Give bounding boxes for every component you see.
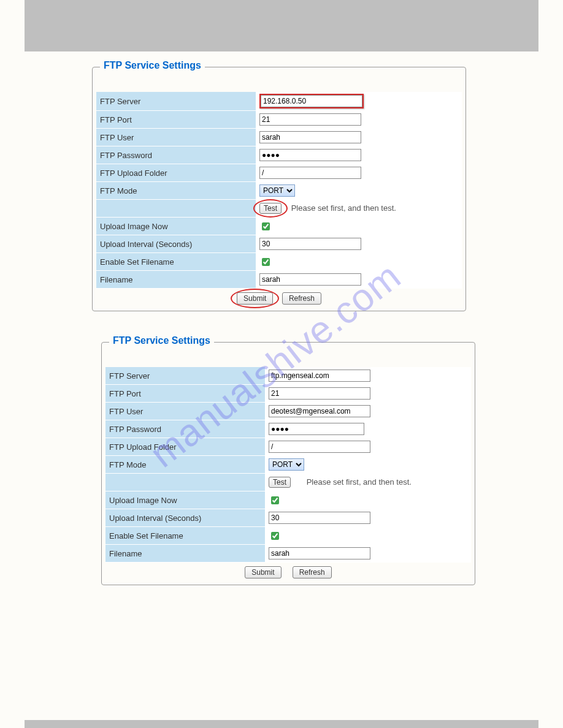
row-ftp-port: FTP Port	[96, 111, 462, 129]
ftp-user-label: FTP User	[96, 129, 256, 146]
upload-image-now-checkbox[interactable]	[271, 496, 279, 504]
row-ftp-mode: FTP Mode PORT	[105, 456, 471, 474]
filename-label: Filename	[105, 545, 265, 563]
refresh-button[interactable]: Refresh	[282, 292, 321, 305]
ftp-port-input[interactable]	[259, 113, 361, 126]
submit-button[interactable]: Submit	[245, 566, 281, 578]
row-ftp-mode: FTP Mode PORT	[96, 182, 462, 200]
ftp-mode-select[interactable]: PORT	[269, 458, 304, 471]
top-gray-band	[25, 0, 538, 51]
row-ftp-user: FTP User	[96, 129, 462, 146]
row-filename: Filename	[105, 545, 471, 563]
refresh-button[interactable]: Refresh	[293, 566, 332, 578]
upload-interval-label: Upload Interval (Seconds)	[105, 509, 265, 527]
row-test: Test Please set first, and then test.	[96, 200, 462, 218]
upload-interval-input[interactable]	[269, 512, 370, 524]
row-upload-image-now: Upload Image Now	[96, 218, 462, 235]
row-ftp-upload-folder: FTP Upload Folder	[105, 438, 471, 456]
ftp-user-input[interactable]	[259, 131, 361, 143]
ftp-upload-folder-input[interactable]	[269, 441, 370, 453]
panel-legend: FTP Service Settings	[100, 60, 205, 71]
button-row: Submit Refresh	[96, 292, 462, 305]
row-filename: Filename	[96, 271, 462, 289]
test-hint: Please set first, and then test.	[307, 477, 412, 487]
ftp-upload-folder-label: FTP Upload Folder	[105, 438, 265, 456]
ftp-mode-label: FTP Mode	[105, 456, 265, 474]
submit-button-highlight: Submit	[237, 292, 273, 305]
ftp-server-label: FTP Server	[96, 92, 256, 111]
ftp-settings-panel-1: FTP Service Settings FTP Server FTP Port	[92, 67, 466, 311]
enable-set-filename-label: Enable Set Filename	[105, 527, 265, 545]
row-ftp-server: FTP Server	[105, 367, 471, 385]
row-upload-image-now: Upload Image Now	[105, 491, 471, 509]
ftp-password-label: FTP Password	[96, 146, 256, 164]
submit-button[interactable]: Submit	[237, 292, 273, 305]
row-ftp-password: FTP Password	[96, 146, 462, 164]
test-button[interactable]: Test	[269, 477, 291, 488]
ftp-upload-folder-label: FTP Upload Folder	[96, 164, 256, 182]
row-ftp-upload-folder: FTP Upload Folder	[96, 164, 462, 182]
row-enable-set-filename: Enable Set Filename	[96, 253, 462, 271]
upload-interval-label: Upload Interval (Seconds)	[96, 235, 256, 253]
ftp-password-input[interactable]	[259, 149, 361, 161]
ftp-form-table: FTP Server FTP Port FTP User	[96, 92, 462, 289]
filename-label: Filename	[96, 271, 256, 289]
enable-set-filename-label: Enable Set Filename	[96, 253, 256, 271]
bottom-gray-band	[25, 720, 538, 728]
ftp-upload-folder-input[interactable]	[259, 167, 361, 179]
button-row: Submit Refresh	[105, 566, 471, 578]
ftp-password-label: FTP Password	[105, 420, 265, 438]
ftp-user-label: FTP User	[105, 403, 265, 420]
upload-image-now-checkbox[interactable]	[262, 222, 270, 230]
ftp-server-label: FTP Server	[105, 367, 265, 385]
test-hint: Please set first, and then test.	[291, 203, 396, 213]
enable-set-filename-checkbox[interactable]	[271, 532, 279, 540]
upload-image-now-label: Upload Image Now	[105, 491, 265, 509]
row-ftp-port: FTP Port	[105, 385, 471, 403]
test-empty-label	[105, 474, 265, 491]
row-upload-interval: Upload Interval (Seconds)	[96, 235, 462, 253]
ftp-form-table: FTP Server FTP Port FTP User FTP Passwor…	[105, 367, 471, 563]
ftp-server-highlight	[259, 94, 364, 108]
row-ftp-password: FTP Password	[105, 420, 471, 438]
test-button[interactable]: Test	[259, 203, 282, 214]
filename-input[interactable]	[259, 273, 361, 286]
enable-set-filename-checkbox[interactable]	[262, 258, 270, 266]
row-ftp-user: FTP User	[105, 403, 471, 420]
ftp-port-label: FTP Port	[105, 385, 265, 403]
test-button-highlight: Test	[259, 203, 282, 214]
ftp-port-input[interactable]	[269, 387, 370, 400]
ftp-mode-select[interactable]: PORT	[259, 184, 295, 197]
filename-input[interactable]	[269, 547, 370, 559]
panel-legend: FTP Service Settings	[109, 335, 214, 346]
ftp-settings-panel-2: FTP Service Settings FTP Server FTP Port…	[101, 342, 475, 585]
ftp-server-input[interactable]	[269, 370, 370, 382]
ftp-mode-label: FTP Mode	[96, 182, 256, 200]
row-upload-interval: Upload Interval (Seconds)	[105, 509, 471, 527]
ftp-user-input[interactable]	[269, 405, 370, 417]
ftp-port-label: FTP Port	[96, 111, 256, 129]
ftp-server-input[interactable]	[261, 95, 362, 107]
row-enable-set-filename: Enable Set Filename	[105, 527, 471, 545]
ftp-password-input[interactable]	[269, 423, 364, 435]
test-empty-label	[96, 200, 256, 218]
upload-image-now-label: Upload Image Now	[96, 218, 256, 235]
row-test: Test Please set first, and then test.	[105, 474, 471, 491]
upload-interval-input[interactable]	[259, 238, 361, 250]
row-ftp-server: FTP Server	[96, 92, 462, 111]
